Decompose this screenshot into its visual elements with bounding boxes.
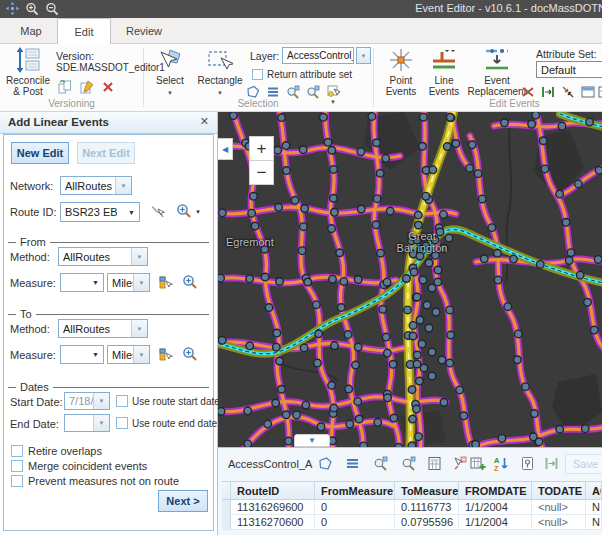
chevron-down-icon[interactable]: ▼ xyxy=(133,274,149,291)
table-cell[interactable]: 0 xyxy=(315,500,395,515)
column-header[interactable]: TODATE xyxy=(532,481,586,500)
table-cell[interactable]: N xyxy=(586,500,602,515)
collapse-table-button[interactable]: ▼ xyxy=(294,434,330,447)
column-header[interactable]: ToMeasure xyxy=(395,481,459,500)
new-edit-button[interactable]: New Edit xyxy=(11,142,69,164)
attribute-table[interactable]: RouteID FromMeasure ToMeasure FROMDATE T… xyxy=(222,481,602,530)
table-cell[interactable]: 0.1116773 xyxy=(395,500,459,515)
chevron-down-icon[interactable]: ▼ xyxy=(93,415,109,431)
zoom-to-measure-icon[interactable] xyxy=(182,274,198,290)
map-zoom-out-button[interactable]: − xyxy=(249,160,274,185)
add-to-table-icon[interactable] xyxy=(470,456,486,471)
tab-map[interactable]: Map xyxy=(8,18,54,44)
retire-overlaps-checkbox[interactable] xyxy=(11,445,23,457)
map-canvas[interactable]: Egremont Great Barrington ◀ + − ▼ xyxy=(218,112,602,447)
chevron-down-icon[interactable]: ▼ xyxy=(131,320,147,337)
pan-icon[interactable] xyxy=(6,2,19,15)
table-cell[interactable]: 0 xyxy=(315,515,395,530)
zoom-to-measure-icon[interactable] xyxy=(182,346,198,362)
tab-edit[interactable]: Edit xyxy=(57,18,111,44)
select-by-layer-icon[interactable] xyxy=(326,84,340,98)
pan-to-selection-icon[interactable] xyxy=(306,85,320,99)
event-attributes-window-icon[interactable] xyxy=(581,85,595,99)
point-events-button[interactable]: Point Events xyxy=(383,47,419,97)
select-by-shape-icon[interactable] xyxy=(246,85,260,99)
column-header[interactable]: FromMeasure xyxy=(315,481,395,500)
close-icon[interactable]: ✕ xyxy=(200,115,209,128)
table-cell[interactable]: 11316270600 xyxy=(231,515,315,530)
select-events-on-map-icon[interactable] xyxy=(452,456,467,471)
chevron-down-icon[interactable]: ▼ xyxy=(88,346,103,363)
prevent-measures-checkbox[interactable] xyxy=(11,475,23,487)
chevron-down-icon[interactable]: ▼ xyxy=(131,248,147,265)
select-by-shape-icon[interactable] xyxy=(318,456,333,471)
start-date-combo[interactable]: 7/18/ ▼ xyxy=(64,392,110,410)
network-combo[interactable]: AllRoutes ▼ xyxy=(60,176,132,195)
pick-measure-on-map-icon[interactable] xyxy=(158,275,173,290)
create-version-icon[interactable] xyxy=(80,80,94,94)
column-header[interactable]: FROMDATE xyxy=(459,481,532,500)
select-route-on-map-icon[interactable] xyxy=(150,204,165,219)
chevron-down-icon[interactable]: ▼ xyxy=(133,346,149,363)
change-version-icon[interactable] xyxy=(58,80,72,94)
from-method-combo[interactable]: AllRoutes ▼ xyxy=(58,247,148,266)
next-button[interactable]: Next > xyxy=(158,490,208,512)
use-route-end-checkbox[interactable] xyxy=(116,417,128,429)
chevron-down-icon[interactable]: ▼ xyxy=(115,177,131,194)
map-zoom-in-button[interactable]: + xyxy=(249,136,274,161)
zoom-to-events-icon[interactable] xyxy=(373,456,388,471)
use-route-start-checkbox[interactable] xyxy=(116,395,128,407)
event-grid-icon[interactable] xyxy=(598,85,602,99)
zoom-in-icon[interactable] xyxy=(25,2,39,16)
table-cell[interactable]: <null> xyxy=(532,515,586,530)
select-button[interactable]: Select ▼ xyxy=(150,47,190,99)
to-unit-combo[interactable]: Miles ▼ xyxy=(107,345,150,364)
to-method-combo[interactable]: AllRoutes ▼ xyxy=(58,319,148,338)
chevron-down-icon[interactable]: ▼ xyxy=(93,393,109,409)
end-date-combo[interactable]: ▼ xyxy=(64,414,110,432)
pick-measure-on-map-icon[interactable] xyxy=(158,347,173,362)
zoom-to-route-icon[interactable] xyxy=(176,203,192,219)
selection-list-icon[interactable] xyxy=(266,85,280,99)
measure-range-icon[interactable] xyxy=(544,456,559,471)
chevron-down-icon[interactable]: ▼ xyxy=(124,203,139,221)
collapse-panel-button[interactable]: ◀ xyxy=(218,138,233,160)
layer-combo[interactable]: AccessControl_A xyxy=(282,47,354,64)
measure-event-icon[interactable] xyxy=(541,85,555,99)
chevron-down-icon[interactable]: ▼ xyxy=(88,274,103,291)
return-attribute-set-checkbox[interactable] xyxy=(252,69,263,80)
row-gutter[interactable] xyxy=(222,515,231,530)
to-measure-combo[interactable]: ▼ xyxy=(60,345,104,364)
table-cell[interactable]: 1/1/2004 xyxy=(459,500,532,515)
merge-coincident-checkbox[interactable] xyxy=(11,460,23,472)
delete-version-icon[interactable] xyxy=(102,81,114,93)
table-cell[interactable]: <null> xyxy=(532,500,586,515)
column-header[interactable]: RouteID xyxy=(231,481,315,500)
from-unit-combo[interactable]: Miles ▼ xyxy=(107,273,150,292)
column-header[interactable]: AC xyxy=(586,481,602,500)
table-cell[interactable]: 0.0795596 xyxy=(395,515,459,530)
calculator-icon[interactable] xyxy=(427,456,442,471)
table-cell[interactable]: N xyxy=(586,515,602,530)
identify-icon[interactable] xyxy=(520,456,535,471)
from-measure-combo[interactable]: ▼ xyxy=(60,273,104,292)
split-event-icon[interactable] xyxy=(521,85,535,99)
line-events-button[interactable]: Line Events xyxy=(425,47,463,97)
reconcile-post-button[interactable]: Reconcile & Post xyxy=(4,47,52,97)
route-id-combo[interactable]: BSR23 EB ▼ xyxy=(60,202,140,222)
pan-to-events-icon[interactable] xyxy=(401,456,416,471)
next-edit-button[interactable]: Next Edit xyxy=(77,142,135,164)
save-button[interactable]: Save xyxy=(565,454,602,474)
selection-list-icon[interactable] xyxy=(345,456,360,471)
row-gutter[interactable] xyxy=(222,500,231,515)
layer-combo-dropdown[interactable]: ▼ xyxy=(356,47,371,64)
zoom-route-caret[interactable]: ▼ xyxy=(195,209,201,215)
table-cell[interactable]: 11316269600 xyxy=(231,500,315,515)
sort-icon[interactable]: A Z xyxy=(494,456,509,471)
zoom-out-icon[interactable] xyxy=(45,2,59,16)
rectangle-button[interactable]: Rectangle ▼ xyxy=(196,47,244,99)
zoom-to-selection-icon[interactable] xyxy=(286,85,300,99)
event-replacement-button[interactable]: Event Replacement xyxy=(466,47,528,97)
table-cell[interactable]: 1/1/2004 xyxy=(459,515,532,530)
snap-events-icon[interactable] xyxy=(561,85,575,99)
